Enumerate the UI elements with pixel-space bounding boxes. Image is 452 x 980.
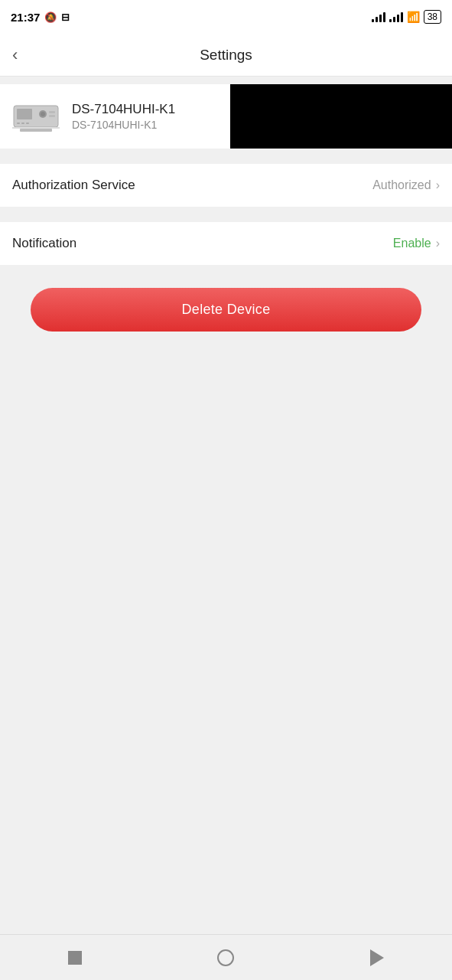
- delete-section: Delete Device: [0, 265, 452, 347]
- notification-section: Notification Enable ›: [0, 222, 452, 265]
- back-button[interactable]: ‹: [12, 45, 18, 65]
- notification-right: Enable ›: [393, 237, 440, 250]
- notification-item[interactable]: Notification Enable ›: [0, 222, 452, 265]
- svg-rect-10: [20, 129, 52, 132]
- separator-1: [0, 149, 452, 156]
- notification-chevron-icon: ›: [436, 237, 440, 250]
- authorization-service-value: Authorized: [372, 178, 431, 192]
- battery-indicator: 38: [424, 10, 441, 24]
- signal-extra-icon: ⊟: [61, 11, 70, 23]
- svg-rect-8: [21, 122, 24, 124]
- svg-rect-2: [17, 109, 32, 119]
- notification-icon: 🔕: [44, 11, 57, 23]
- list-section: Authorization Service Authorized ›: [0, 164, 452, 207]
- notification-label: Notification: [12, 236, 76, 251]
- svg-point-4: [41, 112, 45, 116]
- svg-rect-6: [49, 115, 55, 117]
- bottom-navigation: [0, 934, 452, 980]
- authorization-service-right: Authorized ›: [372, 178, 440, 192]
- delete-device-button[interactable]: Delete Device: [31, 288, 421, 332]
- time-display: 21:37: [11, 11, 40, 24]
- wifi-icon: 📶: [407, 11, 420, 23]
- status-icons-area: 📶 38: [372, 10, 441, 24]
- authorization-service-label: Authorization Service: [12, 178, 135, 193]
- signal-bars-2: [389, 11, 403, 22]
- back-nav-button[interactable]: [370, 949, 384, 966]
- status-time-area: 21:37 🔕 ⊟: [11, 11, 70, 24]
- square-nav-button[interactable]: [68, 951, 82, 965]
- square-icon: [68, 951, 82, 965]
- home-nav-button[interactable]: [217, 949, 234, 966]
- circle-icon: [217, 949, 234, 966]
- back-chevron-icon: ‹: [12, 45, 18, 65]
- device-icon: [12, 98, 60, 135]
- redacted-overlay: [230, 84, 452, 149]
- svg-rect-5: [49, 111, 55, 113]
- device-card: DS-7104HUHI-K1 DS-7104HUHI-K1: [0, 84, 452, 149]
- notification-value: Enable: [393, 237, 431, 250]
- main-content-area: [0, 347, 452, 934]
- authorization-chevron-icon: ›: [436, 178, 440, 192]
- triangle-back-icon: [370, 949, 384, 966]
- authorization-service-item[interactable]: Authorization Service Authorized ›: [0, 164, 452, 207]
- signal-bars-1: [372, 11, 385, 22]
- status-bar: 21:37 🔕 ⊟ 📶 38: [0, 0, 452, 34]
- svg-rect-9: [26, 122, 29, 124]
- svg-rect-7: [17, 122, 20, 124]
- top-navigation: ‹ Settings: [0, 34, 452, 77]
- svg-rect-11: [12, 127, 60, 129]
- separator-2: [0, 207, 452, 214]
- page-title: Settings: [200, 47, 252, 64]
